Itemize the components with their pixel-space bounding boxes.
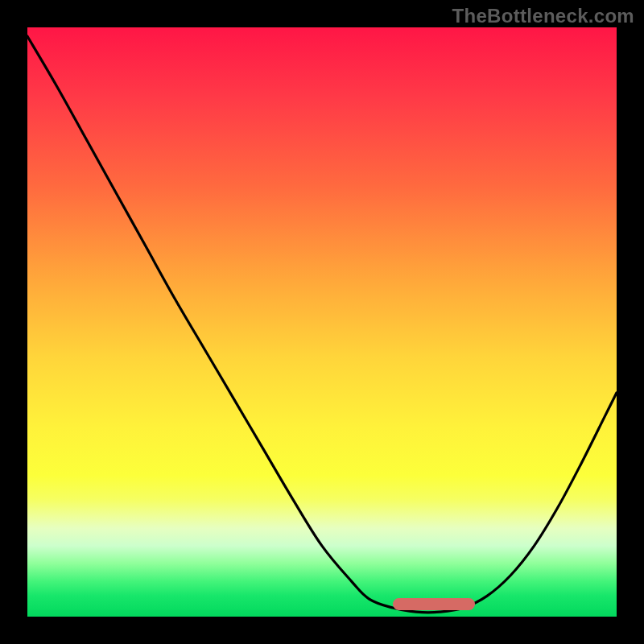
chart-frame: { "watermark": "TheBottleneck.com", "col…	[0, 0, 644, 644]
curve-path	[27, 36, 617, 613]
bottleneck-curve	[27, 27, 617, 617]
plot-area	[27, 27, 617, 617]
optimum-range-marker	[393, 598, 475, 610]
watermark-text: TheBottleneck.com	[452, 5, 634, 27]
